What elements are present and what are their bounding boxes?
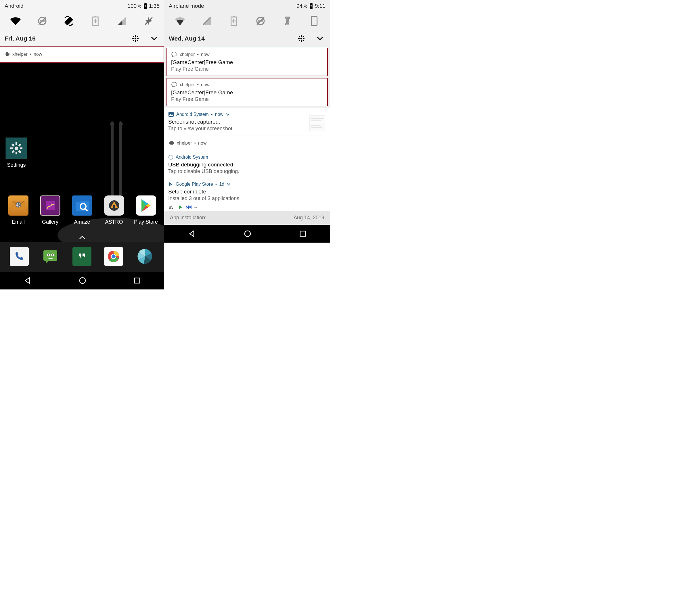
dock-messages[interactable] — [41, 247, 60, 266]
shade-settings[interactable] — [298, 35, 305, 42]
home-icon — [244, 230, 252, 238]
astro-icon — [107, 198, 121, 213]
notification-xhelper-3[interactable]: xhelper• now — [164, 135, 330, 151]
notification-xhelper[interactable]: xhelper • now — [0, 46, 164, 63]
svg-rect-16 — [133, 39, 135, 41]
nav-back[interactable] — [188, 230, 196, 238]
app-astro[interactable]: ASTRO — [100, 196, 128, 225]
chat-icon — [171, 52, 177, 58]
nav-recents[interactable] — [299, 230, 306, 237]
qs-wifi[interactable] — [9, 15, 22, 27]
svg-rect-19 — [6, 53, 8, 56]
shade-expand[interactable] — [151, 37, 157, 41]
battery-charging-icon — [309, 3, 313, 9]
notification-usb[interactable]: Android System USB debugging connected T… — [164, 151, 330, 178]
qs-cellular[interactable] — [201, 15, 213, 27]
dock-chrome[interactable] — [104, 247, 123, 266]
svg-point-48 — [52, 254, 53, 255]
notification-xhelper-2[interactable]: xhelper• now [GameCenter]Free Game Play … — [166, 78, 328, 106]
status-bar: Android 100% 1:38 — [0, 0, 164, 11]
svg-rect-30 — [10, 147, 13, 149]
svg-rect-13 — [132, 38, 134, 39]
svg-rect-25 — [111, 123, 114, 204]
quick-settings-row — [0, 11, 164, 30]
nav-back[interactable] — [24, 276, 31, 284]
svg-point-51 — [112, 254, 116, 258]
qs-dnd[interactable] — [36, 15, 48, 27]
svg-rect-17 — [133, 36, 135, 38]
shade-settings[interactable] — [132, 35, 139, 42]
shade-expand[interactable] — [317, 37, 323, 41]
app-email[interactable]: @ Email — [5, 196, 32, 225]
chevron-down-icon[interactable] — [226, 113, 230, 116]
notification-shade: Android 100% 1:38 Fri, Aug 16 — [0, 0, 164, 46]
qs-flashlight[interactable] — [281, 15, 294, 27]
chevron-up-icon — [79, 235, 86, 239]
svg-rect-33 — [12, 150, 15, 153]
qs-wifi[interactable] — [174, 15, 186, 27]
app-label: ASTRO — [105, 219, 123, 225]
wifi-icon — [10, 17, 21, 25]
shade-date: Wed, Aug 14 — [169, 35, 205, 42]
nav-recents[interactable] — [134, 277, 141, 284]
svg-rect-74 — [302, 39, 304, 41]
bullet: • — [30, 52, 31, 57]
malwarebytes-icon — [186, 205, 191, 209]
qs-cellular[interactable] — [116, 15, 128, 27]
qs-battery-saver[interactable] — [89, 15, 101, 27]
notification-screenshot[interactable]: Android System• now Screenshot captured.… — [164, 108, 330, 135]
qs-rotate[interactable] — [63, 15, 75, 27]
app-amaze[interactable]: Amaze — [68, 196, 96, 225]
mini-status-bar: 83° •• — [164, 203, 330, 211]
app-gallery[interactable]: Gallery — [37, 196, 64, 225]
app-drawer-handle[interactable] — [79, 235, 86, 239]
qs-battery-saver[interactable] — [228, 15, 240, 27]
notif-body: Tap to disable USB debugging. — [168, 168, 325, 175]
app-playstore[interactable]: Play Store — [132, 196, 160, 225]
dock-hangouts[interactable] — [72, 247, 91, 266]
svg-rect-23 — [9, 53, 9, 55]
notif-body: Play Free Game — [171, 66, 323, 72]
right-screenshot: Airplane mode 94% 9:11 Wed, Aug 14 — [164, 0, 330, 290]
play-protect-icon — [178, 205, 183, 209]
dock-camera[interactable] — [135, 247, 154, 266]
notif-title: USB debugging connected — [168, 162, 325, 168]
svg-rect-67 — [301, 36, 302, 37]
svg-rect-1 — [145, 3, 146, 3]
svg-rect-14 — [137, 38, 139, 39]
notif-time: now — [215, 112, 223, 117]
notif-app: Android System — [176, 112, 209, 117]
clock: 1:38 — [149, 3, 160, 9]
notification-playstore[interactable]: Google Play Store• 1d Setup complete Ins… — [164, 178, 330, 203]
svg-rect-11 — [135, 36, 136, 37]
qs-portrait[interactable] — [308, 15, 320, 27]
notif-title: Setup complete — [168, 188, 325, 195]
qs-airplane[interactable] — [143, 15, 155, 27]
svg-rect-26 — [119, 123, 122, 204]
svg-rect-69 — [298, 38, 300, 39]
svg-rect-32 — [18, 143, 21, 146]
svg-rect-56 — [311, 3, 312, 3]
svg-point-76 — [172, 82, 177, 87]
svg-point-75 — [172, 52, 177, 56]
nav-home[interactable] — [244, 230, 252, 238]
home-wallpaper[interactable]: Settings @ Email Gallery Amaze ASTRO Pla… — [0, 63, 164, 242]
nav-home[interactable] — [78, 276, 87, 284]
chevron-down-icon[interactable] — [227, 183, 231, 186]
status-bar: Airplane mode 94% 9:11 — [164, 0, 330, 11]
notif-time: now — [198, 141, 206, 146]
app-label: Amaze — [74, 219, 90, 225]
notification-xhelper-1[interactable]: xhelper• now [GameCenter]Free Game Play … — [166, 48, 328, 76]
app-settings[interactable]: Settings — [5, 137, 28, 168]
app-label: Play Store — [134, 219, 158, 225]
notification-shade: Airplane mode 94% 9:11 Wed, Aug 14 — [164, 0, 330, 46]
bg-label: App installation: — [170, 215, 206, 221]
svg-point-53 — [79, 278, 85, 283]
app-label: Gallery — [42, 219, 59, 225]
hangouts-icon — [76, 251, 88, 262]
android-icon — [169, 140, 175, 146]
qs-dnd[interactable] — [254, 15, 267, 27]
svg-rect-70 — [303, 38, 304, 39]
dock-phone[interactable] — [10, 247, 29, 266]
notif-time: now — [201, 52, 209, 57]
